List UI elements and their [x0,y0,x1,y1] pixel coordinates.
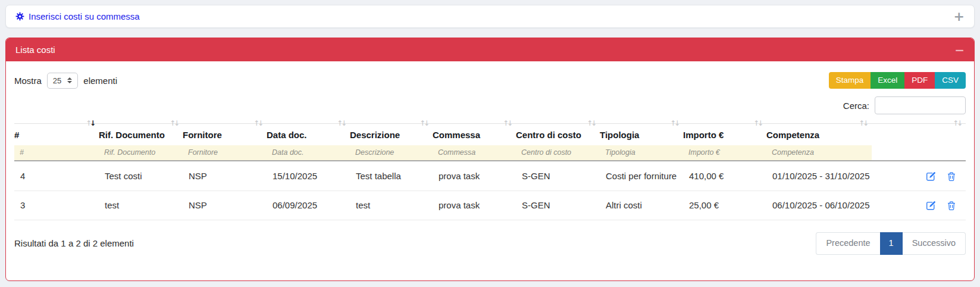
delete-row-button[interactable] [947,171,956,182]
sort-arrows-icon: ↑↓ [86,119,94,127]
costs-list-panel: Lista costi − Mostra 25 elementi StampaE… [5,38,975,281]
column-filter-rif-documento[interactable]: Rif. Documento [99,145,183,161]
column-header-competenza[interactable]: Competenza↑↓ [766,124,872,146]
column-header-label: Descrizione [350,130,400,140]
delete-row-button[interactable] [947,201,956,211]
cell-actions [872,161,966,191]
column-header-actions[interactable]: #↑↓ [14,124,99,146]
column-header-label: Competenza [766,130,819,140]
insert-costs-panel: Inserisci costi su commessa + [5,5,975,28]
length-label-after: elementi [83,76,117,86]
sort-arrows-icon: ↑↓ [587,119,595,127]
column-filter-importo[interactable]: Importo € [683,145,766,161]
sort-arrows-icon: ↑↓ [170,119,178,127]
column-filter-data-doc[interactable]: Data doc. [267,145,350,161]
column-filter-descrizione[interactable]: Descrizione [350,145,433,161]
column-filter-tipologia[interactable]: Tipologia [600,145,683,161]
cell-rif-documento: Test costi [99,161,183,191]
collapse-panel-button[interactable]: − [954,44,965,56]
column-header-tipologia[interactable]: Tipologia↑↓ [600,124,683,146]
select-arrows-icon [67,77,72,83]
page: Inserisci costi su commessa + Lista cost… [0,0,980,286]
edit-row-button[interactable] [926,171,936,182]
column-header-fornitore[interactable]: Fornitore↑↓ [183,124,267,146]
cell-importo: 25,00 € [683,191,766,220]
column-filter-competenza[interactable]: Competenza [766,145,872,161]
expand-panel-button[interactable]: + [954,10,965,23]
export-buttons-group: StampaExcelPDFCSV [829,72,966,89]
cell-centro-di-costo: S-GEN [516,161,600,191]
cell-fornitore: NSP [183,191,267,220]
insert-costs-link[interactable]: Inserisci costi su commessa [29,11,140,21]
column-header-data-doc[interactable]: Data doc.↑↓ [267,124,350,146]
cell-tipologia: Costi per forniture [600,161,683,191]
export-pdf-button[interactable]: PDF [904,72,935,89]
column-header-rif-documento[interactable]: Rif. Documento↑↓ [99,124,183,146]
search-label: Cerca: [843,101,869,111]
table-search-row: Cerca: [14,96,966,114]
sort-arrows-icon: ↑↓ [953,119,961,127]
sort-arrows-icon: ↑↓ [419,119,428,127]
pagination-page-1-button[interactable]: 1 [880,232,903,254]
pencil-square-icon [926,201,936,211]
page-length-control: Mostra 25 elementi [14,73,117,89]
cell-descrizione: Test tabella [350,161,433,191]
table-footer-row: Risultati da 1 a 2 di 2 elementi Precede… [14,232,966,278]
column-filter-centro-di-costo[interactable]: Centro di costo [516,145,600,161]
length-label-before: Mostra [14,76,42,86]
column-header-label: Data doc. [267,130,307,140]
costs-list-header: Lista costi − [6,38,974,61]
column-header-centro-di-costo[interactable]: Centro di costo↑↓ [516,124,600,146]
column-filter-actions[interactable]: # [14,145,99,161]
costs-list-body: Mostra 25 elementi StampaExcelPDFCSV Cer… [6,72,974,279]
export-stampa-button[interactable]: Stampa [829,72,871,89]
gear-icon [15,12,24,21]
cell-tipologia: Altri costi [600,191,683,220]
cell-competenza: 06/10/2025 - 06/10/2025 [766,191,872,220]
column-header-label: Rif. Documento [99,130,165,140]
pagination-previous-button[interactable]: Precedente [816,232,879,254]
column-filter-fornitore[interactable]: Fornitore [183,145,267,161]
column-header-actions[interactable]: ↑↓ [872,124,966,146]
sort-arrows-icon: ↑↓ [503,119,511,127]
column-header-importo[interactable]: Importo €↑↓ [683,124,766,146]
cell-data-doc: 06/09/2025 [267,191,350,220]
cell-competenza: 01/10/2025 - 31/10/2025 [766,161,872,191]
search-input[interactable] [875,96,966,114]
page-length-value: 25 [53,76,61,85]
pagination-next-button[interactable]: Successivo [903,232,966,254]
column-header-label: Commessa [433,130,480,140]
page-length-select[interactable]: 25 [47,73,78,89]
table-controls-row: Mostra 25 elementi StampaExcelPDFCSV [14,72,966,89]
insert-costs-header: Inserisci costi su commessa [15,11,140,21]
edit-row-button[interactable] [926,201,936,211]
sort-arrows-icon: ↑↓ [253,119,262,127]
column-filter-commessa[interactable]: Commessa [433,145,516,161]
export-csv-button[interactable]: CSV [935,72,966,89]
cell-importo: 410,00 € [683,161,766,191]
results-info: Risultati da 1 a 2 di 2 elementi [14,238,134,248]
table-row: 4Test costiNSP15/10/2025Test tabellaprov… [14,161,966,191]
panel-title: Lista costi [15,45,55,55]
column-filter-actions-empty [872,145,966,161]
cell-centro-di-costo: S-GEN [516,191,600,220]
cell-actions [872,191,966,220]
export-excel-button[interactable]: Excel [871,72,904,89]
cell-commessa: prova task [433,161,516,191]
table-row: 3testNSP06/09/2025testprova taskS-GENAlt… [14,191,966,220]
cell-fornitore: NSP [183,161,267,191]
trash-icon [947,171,956,182]
column-header-descrizione[interactable]: Descrizione↑↓ [350,124,433,146]
column-header-label: # [14,130,19,140]
sort-arrows-icon: ↑↓ [753,119,762,127]
pagination: Precedente 1 Successivo [816,232,966,254]
column-header-label: Centro di costo [516,130,581,140]
column-header-commessa[interactable]: Commessa↑↓ [433,124,516,146]
table-filter-row: #Rif. DocumentoFornitoreData doc.Descriz… [14,145,966,161]
sort-arrows-icon: ↑↓ [670,119,678,127]
pencil-square-icon [926,171,936,182]
cell-actions: 3 [14,191,99,220]
sort-arrows-icon: ↑↓ [337,119,345,127]
trash-icon [947,201,956,211]
cell-data-doc: 15/10/2025 [267,161,350,191]
